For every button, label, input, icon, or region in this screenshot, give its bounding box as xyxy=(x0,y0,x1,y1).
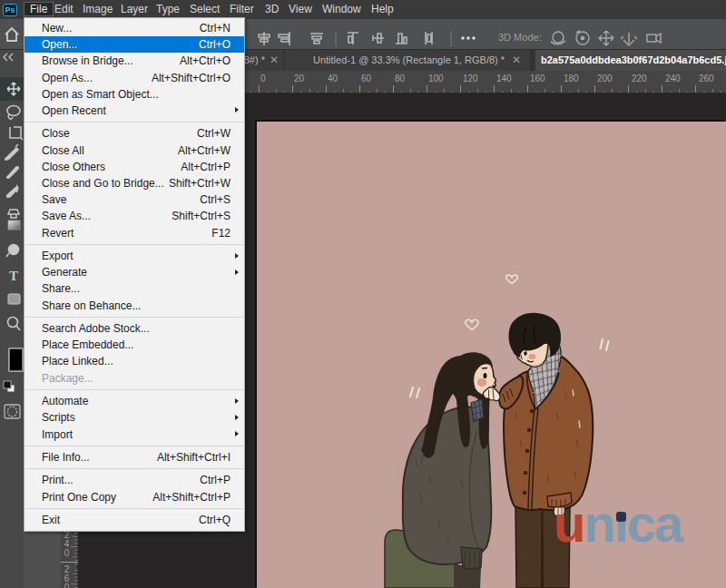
svg-text:T: T xyxy=(9,269,18,283)
